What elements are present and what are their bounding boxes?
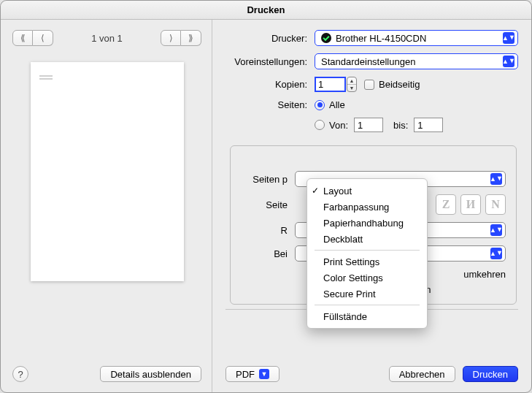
- menu-item-color-settings[interactable]: Color Settings: [307, 270, 427, 286]
- copies-label: Kopien:: [225, 79, 307, 90]
- popup-arrows-icon: [503, 32, 514, 44]
- page-preview: [31, 62, 184, 281]
- first-page-button[interactable]: ⟪: [12, 30, 33, 46]
- presets-popup[interactable]: Standardeinstellungen: [315, 53, 518, 69]
- help-button[interactable]: ?: [12, 366, 28, 382]
- prev-page-button[interactable]: ⟨: [33, 30, 53, 46]
- two-sided-label: Beidseitig: [379, 79, 420, 90]
- details-toggle-button[interactable]: Details ausblenden: [100, 366, 201, 382]
- layout-direction-option-3[interactable]: N: [485, 194, 506, 215]
- border-label: R: [241, 225, 288, 236]
- print-button[interactable]: Drucken: [463, 366, 518, 382]
- printer-row: Drucker: Brother HL-4150CDN: [225, 30, 518, 46]
- pages-all-label: Alle: [329, 99, 345, 110]
- two-sided-mode-label: Bei: [241, 248, 288, 259]
- pages-row-all: Seiten: Alle: [225, 99, 518, 110]
- pages-to-label: bis:: [393, 120, 408, 131]
- popup-arrows-icon: [503, 56, 514, 67]
- preview-nav: ⟪ ⟨ 1 von 1 ⟩ ⟫: [12, 30, 201, 46]
- copies-stepper[interactable]: ▲▼: [347, 77, 357, 92]
- pages-from-input[interactable]: [354, 118, 383, 132]
- printer-popup[interactable]: Brother HL-4150CDN: [315, 30, 518, 46]
- popup-arrows-icon: [490, 173, 502, 185]
- pdf-menu-button[interactable]: PDF ▼: [225, 366, 280, 382]
- layout-direction-label: Seite: [241, 199, 288, 210]
- pages-range-radio[interactable]: [315, 120, 325, 130]
- presets-label: Voreinstellungen:: [225, 56, 307, 67]
- menu-item-print-settings[interactable]: Print Settings: [307, 253, 427, 270]
- pdf-button-label: PDF: [236, 369, 255, 380]
- pages-all-radio[interactable]: [315, 100, 325, 110]
- dialog-content: ⟪ ⟨ 1 von 1 ⟩ ⟫ ? Details ausblenden Dru…: [1, 20, 531, 392]
- pages-per-sheet-label: Seiten p: [241, 174, 288, 185]
- presets-row: Voreinstellungen: Standardeinstellungen: [225, 53, 518, 69]
- layout-direction-option-2[interactable]: И: [460, 194, 481, 215]
- pages-from-label: Von:: [329, 120, 348, 131]
- preview-first-prev-group: ⟪ ⟨: [12, 30, 53, 46]
- options-pane: Drucker: Brother HL-4150CDN Voreinstellu…: [212, 20, 531, 392]
- printer-label: Drucker:: [225, 33, 307, 44]
- cancel-button[interactable]: Abbrechen: [389, 366, 455, 382]
- menu-item-fill-levels[interactable]: Füllstände: [307, 308, 427, 324]
- popup-arrows-icon: [490, 248, 502, 259]
- right-footer: PDF ▼ Abbrechen Drucken: [225, 359, 518, 382]
- preview-pane: ⟪ ⟨ 1 von 1 ⟩ ⟫ ? Details ausblenden: [1, 20, 212, 392]
- section-dropdown-menu: Layout Farbanpassung Papierhandhabung De…: [307, 178, 428, 329]
- last-page-button[interactable]: ⟫: [181, 30, 201, 46]
- menu-separator: [315, 305, 420, 305]
- pages-row-range: Von: bis:: [225, 118, 518, 132]
- next-page-button[interactable]: ⟩: [161, 30, 181, 46]
- window-title: Drucken: [1, 1, 531, 20]
- menu-item-color-match[interactable]: Farbanpassung: [307, 199, 427, 215]
- two-sided-checkbox[interactable]: [364, 80, 374, 90]
- left-footer: ? Details ausblenden: [12, 359, 201, 382]
- print-dialog: Drucken ⟪ ⟨ 1 von 1 ⟩ ⟫ ? Details ausble…: [0, 0, 532, 393]
- printer-value: Brother HL-4150CDN: [336, 33, 426, 44]
- popup-arrows-icon: [490, 224, 502, 236]
- reverse-orientation-suffix: umkehren: [463, 269, 506, 280]
- chevron-down-icon: ▼: [259, 369, 269, 379]
- preview-next-last-group: ⟩ ⟫: [161, 30, 201, 46]
- page-counter: 1 von 1: [91, 33, 123, 44]
- menu-item-layout[interactable]: Layout: [307, 183, 427, 199]
- layout-direction-option-1[interactable]: Z: [436, 194, 456, 215]
- menu-item-cover-page[interactable]: Deckblatt: [307, 231, 427, 247]
- pages-to-input[interactable]: [414, 118, 443, 132]
- menu-item-secure-print[interactable]: Secure Print: [307, 286, 427, 302]
- presets-value: Standardeinstellungen: [321, 56, 415, 67]
- menu-separator: [315, 250, 420, 251]
- printer-status-icon: [321, 33, 331, 43]
- copies-input[interactable]: [315, 77, 346, 92]
- copies-row: Kopien: ▲▼ Beidseitig: [225, 77, 518, 92]
- pages-label: Seiten:: [225, 99, 307, 110]
- menu-item-paper-handling[interactable]: Papierhandhabung: [307, 215, 427, 231]
